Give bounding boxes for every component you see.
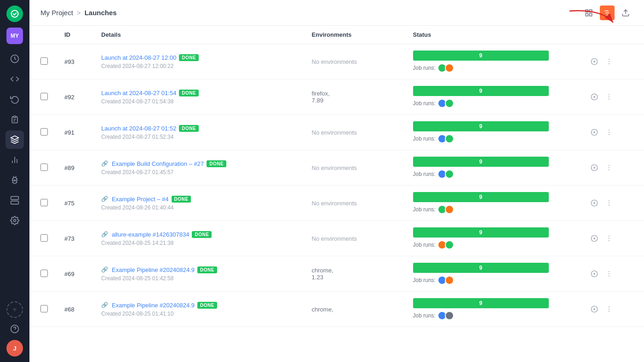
- workspace-avatar[interactable]: MY: [6, 28, 23, 44]
- row-checkbox[interactable]: [40, 305, 48, 312]
- col-checkbox-header: [29, 26, 57, 44]
- sidebar-item-charts[interactable]: [6, 151, 24, 169]
- row-checkbox[interactable]: [40, 164, 48, 171]
- sidebar-item-help[interactable]: [6, 320, 24, 338]
- avatar-group: [439, 134, 454, 143]
- launch-link[interactable]: Example Pipeline #20240824.9: [112, 266, 195, 273]
- environment-value: No environments: [312, 235, 357, 242]
- play-icon: [591, 235, 598, 242]
- launch-link[interactable]: allure-example #1426307834: [112, 231, 189, 238]
- launch-link[interactable]: Launch at 2024-08-27 01:54: [101, 90, 176, 96]
- more-button[interactable]: [603, 267, 615, 280]
- row-env-cell: No environments: [305, 115, 406, 150]
- launch-created: Created 2024-08-27 01:52:34: [101, 134, 297, 140]
- svg-rect-17: [590, 13, 592, 16]
- launch-created: Created 2024-08-27 12:00:22: [101, 63, 297, 69]
- app-logo[interactable]: [6, 6, 23, 22]
- avatar-group: [439, 63, 454, 73]
- more-button[interactable]: [603, 90, 615, 103]
- svg-marker-28: [593, 96, 595, 98]
- more-button[interactable]: [603, 126, 615, 139]
- row-actions-cell: [581, 292, 644, 327]
- launch-created: Created 2024-08-25 14:21:38: [101, 240, 297, 246]
- svg-point-49: [609, 236, 610, 237]
- filter-button[interactable]: [600, 6, 615, 20]
- row-actions: [588, 126, 637, 139]
- svg-marker-38: [593, 166, 595, 169]
- filter-icon: [603, 9, 611, 17]
- play-icon: [591, 129, 598, 136]
- user-avatar[interactable]: J: [6, 340, 23, 356]
- grid-view-button[interactable]: [581, 6, 596, 20]
- job-avatar: [445, 134, 454, 143]
- more-button[interactable]: [603, 303, 615, 316]
- sidebar-item-bug[interactable]: [6, 171, 24, 189]
- sidebar-item-refresh[interactable]: [6, 90, 24, 108]
- row-id-cell: #75: [57, 186, 94, 221]
- table-row: #73 🔗 allure-example #1426307834 DONE Cr…: [29, 221, 644, 256]
- launch-link[interactable]: Example Project – #4: [112, 196, 169, 203]
- link-icon: 🔗: [101, 196, 108, 202]
- col-env-header: Environments: [305, 26, 406, 44]
- launch-link[interactable]: Launch at 2024-08-27 12:00: [101, 54, 176, 61]
- row-checkbox[interactable]: [40, 270, 48, 277]
- row-details-cell: 🔗 Example Build Configuration – #27 DONE…: [94, 150, 305, 186]
- sidebar-item-launches[interactable]: [6, 130, 24, 149]
- play-button[interactable]: [588, 90, 601, 103]
- row-checkbox[interactable]: [40, 234, 48, 242]
- progress-bar-label: 9: [479, 123, 483, 130]
- launch-link[interactable]: Launch at 2024-08-27 01:52: [101, 125, 176, 132]
- svg-point-44: [609, 200, 610, 201]
- row-actions-cell: [581, 256, 644, 292]
- upload-button[interactable]: [618, 6, 633, 20]
- sidebar-bottom: + J: [6, 301, 24, 356]
- col-actions-header: [581, 26, 644, 44]
- job-runs-row: Job runs:: [413, 170, 573, 179]
- play-button[interactable]: [588, 303, 601, 316]
- sidebar-item-storage[interactable]: [6, 191, 24, 209]
- play-button[interactable]: [588, 232, 601, 245]
- environment-value: No environments: [312, 164, 357, 171]
- play-button[interactable]: [588, 126, 601, 139]
- row-actions: [588, 303, 637, 316]
- more-button[interactable]: [603, 161, 615, 174]
- table-row: #68 🔗 Example Pipeline #20240824.9 DONE …: [29, 292, 644, 327]
- add-button[interactable]: +: [6, 301, 23, 318]
- row-checkbox[interactable]: [40, 57, 48, 65]
- job-avatar: [445, 311, 454, 320]
- play-button[interactable]: [588, 197, 601, 209]
- row-checkbox-cell: [29, 221, 57, 256]
- progress-bar-label: 9: [479, 229, 483, 236]
- launches-table-container[interactable]: ID Details Environments Status #93 Launc…: [29, 26, 644, 362]
- launch-link[interactable]: Example Pipeline #20240824.9: [112, 302, 195, 309]
- row-checkbox[interactable]: [40, 128, 48, 136]
- launch-link[interactable]: Example Build Configuration – #27: [112, 160, 204, 167]
- breadcrumb-project[interactable]: My Project: [40, 9, 73, 17]
- sidebar-item-settings[interactable]: [6, 211, 24, 230]
- job-runs-row: Job runs:: [413, 63, 573, 73]
- svg-point-40: [609, 167, 610, 168]
- row-checkbox[interactable]: [40, 199, 48, 206]
- play-button[interactable]: [588, 161, 601, 174]
- progress-bar: 9: [413, 263, 549, 273]
- play-button[interactable]: [588, 267, 601, 280]
- job-runs-label: Job runs:: [413, 65, 436, 71]
- more-button[interactable]: [603, 55, 615, 68]
- row-env-cell: No environments: [305, 150, 406, 186]
- row-env-cell: chrome,: [305, 292, 406, 327]
- more-button[interactable]: [603, 232, 615, 245]
- row-checkbox[interactable]: [40, 93, 48, 100]
- avatar-group: [439, 240, 454, 249]
- svg-point-60: [609, 309, 610, 310]
- row-status-cell: 9 Job runs:: [406, 186, 581, 221]
- link-icon: 🔗: [101, 266, 108, 273]
- more-button[interactable]: [603, 197, 615, 209]
- sidebar-item-code[interactable]: [6, 70, 24, 88]
- sidebar-item-clipboard[interactable]: [6, 110, 24, 129]
- play-icon: [591, 164, 598, 171]
- play-button[interactable]: [588, 55, 601, 68]
- row-actions-cell: [581, 115, 644, 150]
- sidebar-item-dashboard[interactable]: [6, 50, 24, 68]
- upload-icon: [621, 9, 630, 17]
- sidebar: MY + J: [0, 0, 29, 362]
